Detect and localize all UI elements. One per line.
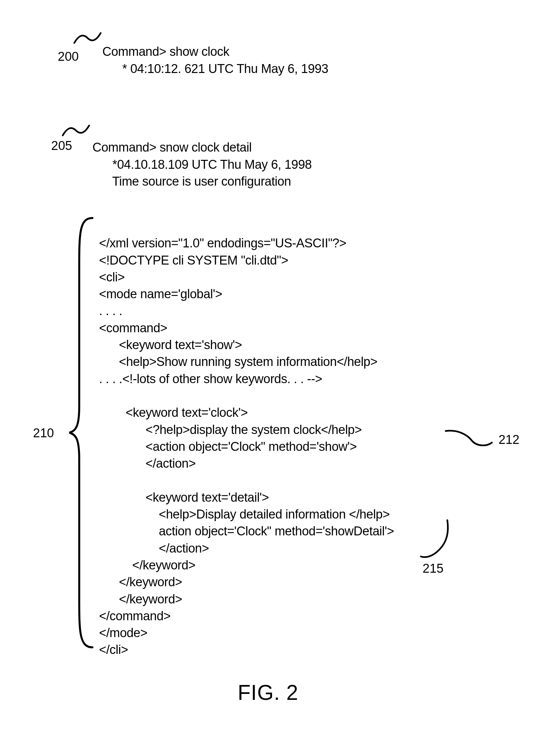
xml-l05: . . . . (99, 304, 122, 318)
cmd-line-2: * 04:10:12. 621 UTC Thu May 6, 1993 (102, 62, 328, 76)
ref-210: 210 (33, 426, 54, 440)
xml-l25: </cli> (99, 643, 128, 657)
xml-l20: </keyword> (99, 558, 196, 572)
xml-l09: . . . .<!-lots of other show keywords. .… (99, 372, 322, 386)
cmd-line-1: Command> show clock (102, 45, 229, 58)
leader-200 (73, 30, 102, 46)
cmd205-l3: Time source is user configuration (92, 174, 291, 188)
xml-l12: <?help>display the system clock</help> (99, 423, 362, 437)
xml-l07: <keyword text='show'> (99, 338, 242, 352)
xml-l23: </command> (99, 609, 171, 623)
brace-210 (66, 215, 96, 651)
block-205: Command> snow clock detail *04.10.18.109… (92, 122, 312, 190)
xml-l04: <mode name='global'> (99, 287, 222, 301)
ref-205: 205 (51, 139, 72, 153)
xml-l08: <help>Show running system information</h… (99, 355, 377, 369)
xml-l06: <command> (99, 321, 167, 335)
leader-212 (444, 426, 494, 449)
ref-215: 215 (422, 561, 443, 576)
xml-l03: <cli> (99, 270, 125, 284)
xml-l01: </xml version="1.0" endodings="US-ASCII"… (99, 236, 346, 250)
figure-page: Command> show clock * 04:10:12. 621 UTC … (0, 0, 550, 756)
leader-205 (61, 122, 91, 139)
xml-l13: <action object='Clock" method='show'> (99, 440, 357, 453)
xml-l24: </mode> (99, 626, 148, 640)
cmd205-l2: *04.10.18.109 UTC Thu May 6, 1998 (92, 158, 312, 171)
xml-l16: <keyword text='detail'> (99, 490, 269, 504)
xml-l21: </keyword> (99, 575, 182, 589)
ref-212: 212 (498, 433, 519, 447)
xml-l19: </action> (99, 541, 209, 555)
block-200: Command> show clock * 04:10:12. 621 UTC … (102, 26, 328, 77)
figure-caption: FIG. 2 (238, 680, 298, 705)
xml-l14: </action> (99, 456, 196, 470)
leader-215 (416, 519, 452, 561)
xml-l17: <help>Display detailed information </hel… (99, 507, 389, 521)
xml-l11: <keyword text='clock'> (99, 406, 248, 419)
cmd205-l1: Command> snow clock detail (92, 140, 252, 154)
xml-block-210: </xml version="1.0" endodings="US-ASCII"… (99, 218, 394, 659)
xml-l18: action object='Clock" method='showDetail… (99, 524, 394, 538)
xml-l22: </keyword> (99, 592, 182, 606)
ref-200: 200 (58, 50, 79, 64)
xml-l02: <!DOCTYPE cli SYSTEM "cli.dtd"> (99, 253, 288, 267)
